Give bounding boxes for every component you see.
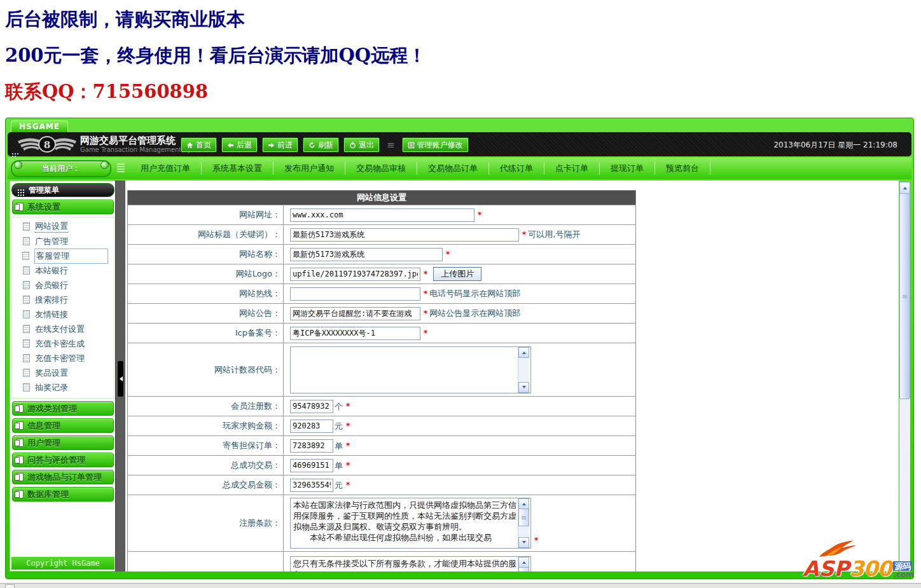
consign-orders-input[interactable]	[290, 439, 333, 453]
scroll-up-button[interactable]	[518, 498, 529, 509]
folder-docs-icon	[17, 456, 24, 464]
doc-icon	[23, 310, 30, 318]
top-nav: 当前用户： 用户充值订单 系统基本设置 发布用户通知 交易物品审核 交易物品订单…	[8, 158, 911, 179]
account-edit-button[interactable]: 管理账户修改	[402, 137, 469, 153]
buy-amount-input[interactable]	[290, 420, 333, 433]
admin-panel: HSGAME 8 网游交易平台管理系统 Game Transaction Man…	[5, 118, 914, 579]
scroll-up-button[interactable]	[899, 182, 910, 194]
doc-icon	[23, 383, 30, 392]
sidebar-item-ad-management[interactable]: 广告管理	[12, 234, 114, 249]
nav-item-withdraw-orders[interactable]: 提现订单	[600, 162, 655, 175]
site-url-input[interactable]	[290, 209, 474, 222]
sidebar-group-system-settings[interactable]: 系统设置	[12, 200, 114, 214]
unit-label: 元	[335, 480, 343, 491]
member-count-input[interactable]	[290, 400, 333, 413]
refresh-button[interactable]: 刷新	[303, 137, 339, 153]
sidebar-item-lottery-records[interactable]: 抽奖记录	[12, 380, 114, 395]
scroll-thumb[interactable]	[518, 509, 529, 526]
splitter[interactable]	[115, 181, 126, 571]
collapse-arrow-icon	[117, 376, 123, 381]
form-row-trade-amount: 总成交易金额： 元 *	[128, 475, 635, 495]
counter-code-textarea[interactable]	[290, 346, 531, 393]
sidebar-item-friend-links[interactable]: 友情链接	[12, 307, 114, 322]
register-terms-textarea[interactable]: 本站在国家法律与行政范围内，只提供网络虚拟物品第三方信用保障服务，鉴于互联网的性…	[290, 498, 531, 549]
form-row-site-logo: 网站Logo： * 上传图片	[128, 264, 635, 284]
sidebar-group-info-manage[interactable]: 信息管理	[12, 418, 114, 433]
site-name-input[interactable]	[290, 248, 443, 261]
sidebar-item-search-rank[interactable]: 搜索排行	[12, 292, 114, 307]
scroll-thumb[interactable]	[518, 567, 529, 571]
nav-item-item-orders[interactable]: 交易物品订单	[417, 162, 489, 175]
refresh-label: 刷新	[318, 140, 333, 151]
nav-item-card-orders[interactable]: 点卡订单	[544, 162, 600, 175]
back-button[interactable]: 后退	[221, 137, 258, 153]
nav-item-recharge-orders[interactable]: 用户充值订单	[130, 162, 202, 175]
scroll-up-button[interactable]	[518, 347, 529, 358]
success-trades-input[interactable]	[290, 459, 333, 472]
scroll-left-button[interactable]	[5, 584, 15, 588]
current-user-pill: 当前用户：	[11, 160, 111, 177]
sidebar-item-card-manage[interactable]: 充值卡密管理	[12, 351, 114, 366]
vertical-scrollbar[interactable]	[899, 182, 910, 571]
sidebar-item-card-generate[interactable]: 充值卡密生成	[12, 336, 114, 351]
upload-image-button[interactable]: 上传图片	[433, 267, 481, 281]
sidebar-group-user-manage[interactable]: 用户管理	[12, 435, 114, 450]
logout-button[interactable]: 退出	[343, 137, 380, 153]
scroll-down-button[interactable]	[518, 537, 529, 548]
doc-icon	[23, 296, 30, 304]
form-row-hotline: 网站热线： * 电话号码显示在网站顶部	[128, 284, 635, 303]
header-buttons: 首页 后退 前进 刷新 退出 ≡ 管理账户修改	[181, 137, 469, 153]
scroll-down-button[interactable]	[518, 382, 529, 393]
form-row-site-name: 网站名称： *	[128, 244, 635, 264]
unit-label: 个	[335, 401, 343, 413]
unit-label: 元	[335, 421, 343, 432]
sidebar-item-site-settings[interactable]: 网站设置	[12, 219, 114, 234]
nav-item-item-audit[interactable]: 交易物品审核	[345, 162, 417, 175]
nav-item-system-settings[interactable]: 系统基本设置	[202, 162, 274, 175]
site-announcement-input[interactable]	[290, 307, 420, 320]
nav-item-publish-notice[interactable]: 发布用户通知	[274, 162, 345, 175]
icp-number-input[interactable]	[290, 327, 420, 340]
doc-icon	[23, 369, 30, 377]
account-edit-label: 管理账户修改	[417, 140, 463, 151]
form-row-site-title: 网站标题（关键词）： * 可以用,号隔开	[128, 224, 635, 244]
folder-docs-icon	[17, 421, 24, 430]
horizontal-scrollbar[interactable]	[0, 583, 921, 588]
required-star: *	[424, 289, 427, 298]
collapse-sidebar-handle[interactable]	[118, 361, 123, 397]
forward-icon	[268, 142, 275, 149]
sidebar-item-site-bank[interactable]: 本站银行	[12, 263, 114, 278]
home-button[interactable]: 首页	[181, 137, 217, 153]
home-icon	[186, 142, 193, 149]
nav-menu: 用户充值订单 系统基本设置 发布用户通知 交易物品审核 交易物品订单 代练订单 …	[130, 158, 911, 179]
nav-item-preview-site[interactable]: 预览前台	[655, 162, 710, 175]
form-row-success-trades: 总成功交易： 单 *	[128, 455, 635, 475]
doc-icon	[23, 339, 30, 348]
folder-docs-icon	[17, 203, 24, 211]
site-title-input[interactable]	[290, 228, 519, 242]
doc-icon	[23, 222, 30, 231]
required-star: *	[478, 210, 481, 219]
scroll-thumb[interactable]	[899, 193, 910, 399]
sidebar-group-qa-review[interactable]: 问答与评价管理	[12, 453, 114, 467]
back-label: 后退	[237, 140, 252, 151]
site-logo-input[interactable]	[290, 268, 420, 281]
form-row-site-url: 网站网址： *	[128, 205, 635, 224]
form-row-member-count: 会员注册数： 个 *	[128, 396, 635, 416]
scroll-up-button[interactable]	[518, 557, 529, 568]
nav-item-powerlevel-orders[interactable]: 代练订单	[489, 162, 544, 175]
required-star: *	[522, 230, 526, 239]
promo-contact-qq: 联系QQ：715560898	[5, 83, 208, 101]
site-hotline-input[interactable]	[290, 287, 420, 301]
sidebar-item-customer-service[interactable]: 客服管理	[12, 249, 114, 263]
sidebar-item-prize-settings[interactable]: 奖品设置	[12, 366, 114, 380]
required-star: *	[446, 250, 450, 259]
forward-button[interactable]: 前进	[262, 137, 298, 153]
trade-terms-textarea[interactable]: 您只有无条件接受以下所有服务条款，才能使用本站提供的服务： 一、服务条款的确认和…	[290, 556, 531, 571]
trade-amount-input[interactable]	[290, 479, 333, 492]
sidebar-group-database[interactable]: 数据库管理	[12, 487, 114, 502]
sidebar-group-game-category[interactable]: 游戏类别管理	[12, 401, 114, 416]
sidebar-item-member-bank[interactable]: 会员银行	[12, 278, 114, 292]
sidebar-group-items-orders[interactable]: 游戏物品与订单管理	[12, 470, 114, 484]
sidebar-item-online-payment[interactable]: 在线支付设置	[12, 322, 114, 336]
